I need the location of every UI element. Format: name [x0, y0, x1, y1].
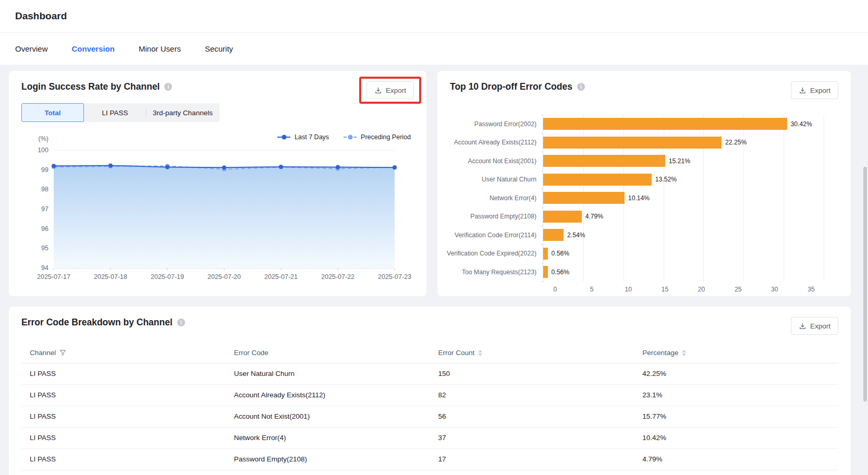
line-chart-svg: 949596979899100(%)2025-07-172025-07-1820… — [21, 132, 413, 290]
bar[interactable] — [543, 155, 665, 167]
info-icon[interactable]: i — [577, 83, 585, 91]
x-axis-tick-label: 2025-07-22 — [321, 273, 354, 281]
table-row: LI PASSNetwork Error(4)3710.42% — [21, 427, 838, 448]
export-button[interactable]: Export — [366, 81, 414, 99]
y-axis-tick-label: 95 — [41, 245, 48, 252]
table-card-header: Error Code Breakdown by Channel i Export — [21, 317, 838, 335]
segment-3rd-party-channels[interactable]: 3rd-party Channels — [146, 103, 219, 122]
cell-channel: LI PASS — [21, 427, 226, 448]
column-label: Error Count — [438, 349, 475, 357]
info-icon[interactable]: i — [164, 83, 172, 91]
data-point — [279, 165, 283, 169]
tab-conversion[interactable]: Conversion — [72, 44, 115, 53]
data-point — [108, 163, 113, 167]
bar-category-label: Verification Code Expired(2022) — [450, 245, 543, 263]
bar-value-label: 4.79% — [585, 213, 604, 220]
table-row: LI PASSAccount Already Exists(2112)8223.… — [21, 384, 838, 406]
x-axis-tick-label: 2025-07-17 — [37, 273, 70, 281]
x-axis-tick-label: 25 — [735, 286, 742, 293]
segment-li-pass[interactable]: LI PASS — [84, 103, 146, 122]
y-axis-tick-label: 98 — [41, 186, 48, 193]
tab-bar: OverviewConversionMinor UsersSecurity — [0, 33, 868, 65]
app-header: Dashboard — [0, 0, 868, 33]
y-axis-tick-label: 97 — [41, 205, 48, 213]
tab-security[interactable]: Security — [205, 44, 233, 53]
scrollbar-thumb[interactable] — [863, 167, 867, 401]
download-icon — [799, 322, 806, 330]
bar[interactable] — [543, 248, 548, 260]
bar[interactable] — [543, 211, 582, 223]
bar-chart: Password Error(2002)Account Already Exis… — [450, 115, 824, 282]
bar-value-label: 0.56% — [552, 269, 570, 276]
y-axis-tick — [541, 282, 543, 282]
bar-row: 10.14% — [543, 189, 824, 208]
x-axis-tick-label: 2025-07-20 — [207, 273, 241, 281]
x-axis-tick-label: 2025-07-18 — [94, 273, 127, 281]
login-success-card: Login Success Rate by Channel i Export T… — [9, 71, 426, 296]
cell-percentage: 42.25% — [634, 363, 838, 384]
legend-label: Last 7 Days — [295, 133, 329, 141]
content-area: Login Success Rate by Channel i Export T… — [0, 65, 868, 475]
legend-dot-icon — [282, 135, 286, 140]
data-point — [222, 165, 226, 169]
table-row: LI PASSAccount Not Exist(2001)5615.77% — [21, 406, 838, 427]
errors-card-title-text: Top 10 Drop-off Error Codes — [450, 81, 572, 92]
bar[interactable] — [543, 118, 787, 130]
sort-icon[interactable] — [682, 350, 686, 356]
y-axis-tick-label: 99 — [41, 166, 48, 174]
legend-item-last-7-days[interactable]: Last 7 Days — [277, 133, 329, 141]
table-row: LI PASSUser Natural Churn15042.25% — [21, 363, 838, 384]
bar[interactable] — [543, 192, 625, 204]
bar-value-label: 2.54% — [567, 232, 585, 239]
y-axis-tick-label: 96 — [41, 225, 48, 233]
export-button[interactable]: Export — [791, 317, 838, 335]
legend-marker-icon — [277, 135, 290, 140]
errors-card-header: Top 10 Drop-off Error Codes i Export — [450, 81, 838, 99]
x-axis-tick-label: 2025-07-19 — [151, 273, 184, 281]
cell-error-count: 37 — [430, 427, 634, 448]
table-header-row: Channel Error Code Error Count — [21, 343, 838, 363]
top-cards-row: Login Success Rate by Channel i Export T… — [9, 71, 851, 296]
bar-row: 22.25% — [543, 133, 824, 152]
table-row: LI PASSPassword Empty(2108)174.79% — [21, 448, 838, 470]
cell-channel: LI PASS — [21, 448, 226, 470]
dropoff-errors-card: Top 10 Drop-off Error Codes i Export Pas… — [437, 71, 851, 296]
cell-error-count: 150 — [430, 363, 634, 384]
tab-minor-users[interactable]: Minor Users — [139, 44, 181, 53]
bar-row: 4.79% — [543, 208, 824, 226]
x-axis-tick-label: 2025-07-21 — [264, 273, 298, 281]
bar[interactable] — [543, 174, 652, 186]
bar-row: 0.56% — [543, 245, 824, 263]
bar-row: 15.21% — [543, 152, 824, 170]
export-button[interactable]: Export — [791, 81, 838, 99]
cell-error-code: Account Not Exist(2001) — [226, 406, 430, 427]
column-header-error-code: Error Code — [226, 343, 430, 363]
legend-item-preceding-period[interactable]: Preceding Period — [344, 133, 411, 141]
bar[interactable] — [543, 229, 564, 241]
bar-category-label: Account Already Exists(2112) — [450, 133, 543, 152]
filter-icon[interactable] — [59, 349, 66, 356]
table-card-title-text: Error Code Breakdown by Channel — [21, 317, 173, 328]
x-axis-tick-label: 10 — [625, 286, 632, 293]
channel-segmented-control: TotalLI PASS3rd-party Channels — [21, 103, 219, 122]
cell-error-count: 17 — [430, 448, 634, 470]
tab-overview[interactable]: Overview — [15, 44, 48, 53]
export-label: Export — [386, 87, 406, 94]
download-icon — [799, 87, 806, 94]
bar-row: 13.52% — [543, 170, 824, 189]
cell-channel: LI PASS — [21, 363, 226, 384]
errors-card-title: Top 10 Drop-off Error Codes i — [450, 81, 585, 92]
table-card-title: Error Code Breakdown by Channel i — [21, 317, 185, 328]
x-axis-tick-label: 2025-07-23 — [378, 273, 411, 281]
segment-total[interactable]: Total — [21, 103, 84, 122]
bar-category-label: Password Empty(2108) — [450, 208, 543, 226]
bar-row: 2.54% — [543, 226, 824, 245]
column-header-percentage: Percentage — [634, 343, 838, 363]
bar[interactable] — [543, 266, 548, 278]
column-label: Percentage — [642, 349, 678, 357]
cell-error-code: Password Empty(2108) — [226, 448, 430, 470]
bar[interactable] — [543, 137, 722, 149]
info-icon[interactable]: i — [177, 319, 185, 326]
sort-icon[interactable] — [478, 350, 482, 356]
bar-value-label: 22.25% — [725, 139, 747, 146]
